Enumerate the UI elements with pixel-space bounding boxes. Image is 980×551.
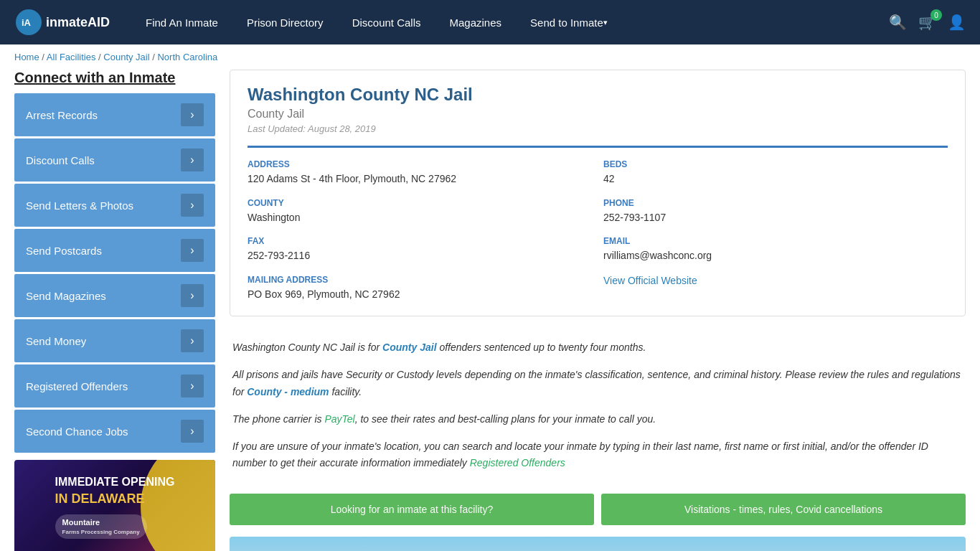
ad-location: IN DELAWARE bbox=[55, 490, 175, 508]
nav-discount-calls[interactable]: Discount Calls bbox=[338, 0, 435, 44]
facility-info-grid: ADDRESS 120 Adams St - 4th Floor, Plymou… bbox=[248, 146, 948, 301]
chevron-right-icon: › bbox=[181, 194, 204, 217]
chevron-right-icon: › bbox=[181, 284, 204, 307]
county-value: Washington bbox=[248, 211, 592, 225]
sidebar: Connect with an Inmate Arrest Records › … bbox=[14, 70, 215, 551]
email-block: EMAIL rvilliams@washconc.org bbox=[603, 236, 948, 263]
nav-send-to-inmate[interactable]: Send to Inmate bbox=[516, 0, 622, 44]
county-block: COUNTY Washington bbox=[248, 198, 592, 225]
svg-text:iA: iA bbox=[22, 17, 32, 28]
sidebar-title: Connect with an Inmate bbox=[14, 70, 215, 86]
email-label: EMAIL bbox=[603, 236, 948, 246]
chevron-right-icon: › bbox=[181, 103, 204, 126]
beds-block: BEDS 42 bbox=[603, 159, 948, 187]
ad-text: IMMEDIATE OPENING IN DELAWARE Mountaire … bbox=[48, 467, 182, 546]
sidebar-menu: Arrest Records › Discount Calls › Send L… bbox=[14, 93, 215, 453]
facility-title: Washington County NC Jail bbox=[248, 85, 948, 105]
desc-para4: If you are unsure of your inmate's locat… bbox=[232, 438, 963, 473]
mailing-label: MAILING ADDRESS bbox=[248, 275, 592, 285]
sidebar-item-arrest-records[interactable]: Arrest Records › bbox=[14, 93, 215, 136]
ad-brand: Mountaire bbox=[62, 518, 100, 527]
view-official-website-link[interactable]: View Official Website bbox=[603, 275, 697, 286]
user-icon[interactable]: 👤 bbox=[948, 14, 966, 31]
nav-find-inmate[interactable]: Find An Inmate bbox=[131, 0, 232, 44]
sidebar-item-send-money[interactable]: Send Money › bbox=[14, 319, 215, 362]
email-value: rvilliams@washconc.org bbox=[603, 249, 948, 263]
cart-badge: 0 bbox=[930, 9, 942, 21]
county-label: COUNTY bbox=[248, 198, 592, 208]
phone-label: PHONE bbox=[603, 198, 948, 208]
chevron-right-icon: › bbox=[181, 149, 204, 171]
fax-value: 252-793-2116 bbox=[248, 249, 592, 263]
looking-for-inmate-button[interactable]: Looking for an inmate at this facility? bbox=[230, 494, 594, 525]
chevron-right-icon: › bbox=[181, 420, 204, 443]
sidebar-item-send-letters[interactable]: Send Letters & Photos › bbox=[14, 184, 215, 227]
desc-para1: Washington County NC Jail is for County … bbox=[232, 339, 963, 357]
sidebar-item-discount-calls[interactable]: Discount Calls › bbox=[14, 138, 215, 182]
visitations-button[interactable]: Visitations - times, rules, Covid cancel… bbox=[601, 494, 966, 525]
nav-magazines[interactable]: Magazines bbox=[435, 0, 517, 44]
breadcrumb-home[interactable]: Home bbox=[14, 52, 39, 62]
main-nav: Find An Inmate Prison Directory Discount… bbox=[131, 0, 889, 44]
main-container: Connect with an Inmate Arrest Records › … bbox=[0, 70, 980, 551]
mailing-value: PO Box 969, Plymouth, NC 27962 bbox=[248, 288, 592, 302]
sidebar-item-send-postcards[interactable]: Send Postcards › bbox=[14, 229, 215, 272]
beds-label: BEDS bbox=[603, 159, 948, 169]
chevron-right-icon: › bbox=[181, 329, 204, 352]
action-buttons: Looking for an inmate at this facility? … bbox=[230, 494, 966, 525]
phone-block: PHONE 252-793-1107 bbox=[603, 198, 948, 225]
sidebar-item-registered-offenders[interactable]: Registered Offenders › bbox=[14, 364, 215, 408]
logo-text: inmateAID bbox=[46, 15, 110, 30]
breadcrumb: Home / All Facilities / County Jail / No… bbox=[0, 44, 980, 70]
chevron-right-icon: › bbox=[181, 375, 204, 397]
mailing-block: MAILING ADDRESS PO Box 969, Plymouth, NC… bbox=[248, 275, 592, 302]
sidebar-item-second-chance-jobs[interactable]: Second Chance Jobs › bbox=[14, 410, 215, 453]
cart-icon[interactable]: 🛒 0 bbox=[918, 14, 936, 31]
address-label: ADDRESS bbox=[248, 159, 592, 169]
header: iA inmateAID Find An Inmate Prison Direc… bbox=[0, 0, 980, 44]
website-block: View Official Website bbox=[603, 275, 948, 302]
sidebar-item-send-magazines[interactable]: Send Magazines › bbox=[14, 274, 215, 317]
registered-offenders-link[interactable]: Registered Offenders bbox=[470, 457, 565, 468]
logo[interactable]: iA inmateAID bbox=[14, 8, 110, 37]
nav-prison-directory[interactable]: Prison Directory bbox=[232, 0, 338, 44]
phone-value: 252-793-1107 bbox=[603, 211, 948, 225]
facility-card: Washington County NC Jail County Jail La… bbox=[230, 70, 966, 316]
county-jail-link-1[interactable]: County Jail bbox=[382, 342, 436, 353]
facility-type: County Jail bbox=[248, 108, 948, 121]
search-icon[interactable]: 🔍 bbox=[889, 14, 907, 31]
chevron-right-icon: › bbox=[181, 239, 204, 262]
content-area: Washington County NC Jail County Jail La… bbox=[230, 70, 966, 551]
breadcrumb-all-facilities[interactable]: All Facilities bbox=[47, 52, 96, 62]
breadcrumb-north-carolina[interactable]: North Carolina bbox=[157, 52, 217, 62]
facility-image bbox=[230, 537, 966, 551]
facility-description: Washington County NC Jail is for County … bbox=[230, 328, 966, 494]
paytel-link[interactable]: PayTel bbox=[324, 413, 354, 425]
sidebar-advertisement[interactable]: IMMEDIATE OPENING IN DELAWARE Mountaire … bbox=[14, 460, 215, 551]
beds-value: 42 bbox=[603, 172, 948, 187]
desc-para2: All prisons and jails have Security or C… bbox=[232, 367, 963, 401]
facility-last-updated: Last Updated: August 28, 2019 bbox=[248, 123, 948, 134]
header-icons: 🔍 🛒 0 👤 bbox=[889, 14, 966, 31]
address-value: 120 Adams St - 4th Floor, Plymouth, NC 2… bbox=[248, 172, 592, 187]
county-medium-link[interactable]: County - medium bbox=[247, 386, 329, 397]
breadcrumb-county-jail[interactable]: County Jail bbox=[103, 52, 149, 62]
desc-para3: The phone carrier is PayTel, to see thei… bbox=[232, 411, 963, 428]
fax-label: FAX bbox=[248, 236, 592, 246]
address-block: ADDRESS 120 Adams St - 4th Floor, Plymou… bbox=[248, 159, 592, 187]
fax-block: FAX 252-793-2116 bbox=[248, 236, 592, 263]
